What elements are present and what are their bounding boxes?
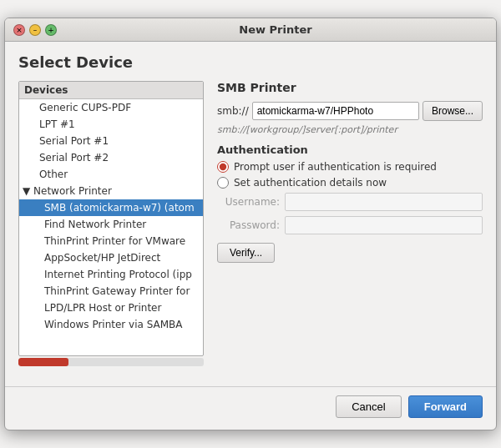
device-group-network[interactable]: ▼ Network Printer xyxy=(19,183,203,199)
device-item[interactable]: LPD/LPR Host or Printer xyxy=(19,300,203,316)
bottom-bar: Cancel Forward xyxy=(5,386,496,430)
smb-prefix: smb:// xyxy=(217,105,249,117)
browse-button[interactable]: Browse... xyxy=(423,101,483,121)
page-title: Select Device xyxy=(18,53,483,71)
device-item[interactable]: LPT #1 xyxy=(19,116,203,133)
scrollbar-track xyxy=(18,358,204,366)
radio-prompt-label: Prompt user if authentication is require… xyxy=(234,161,437,173)
device-item[interactable]: Internet Printing Protocol (ipp xyxy=(19,266,203,283)
device-item[interactable]: Serial Port #1 xyxy=(19,133,203,149)
titlebar: × – + New Printer xyxy=(5,18,496,42)
smb-title: SMB Printer xyxy=(217,81,483,94)
username-input xyxy=(285,193,483,211)
cancel-button[interactable]: Cancel xyxy=(336,395,401,418)
smb-panel: SMB Printer smb:// Browse... smb://[work… xyxy=(217,81,483,366)
username-row: Username: xyxy=(217,193,483,211)
radio-prompt: Prompt user if authentication is require… xyxy=(217,161,483,173)
device-item[interactable]: Other xyxy=(19,166,203,183)
smb-path-input[interactable] xyxy=(252,102,419,120)
verify-row: Verify... xyxy=(217,239,483,263)
device-list[interactable]: Devices Generic CUPS-PDF LPT #1 Serial P… xyxy=(18,81,204,356)
device-item[interactable]: Serial Port #2 xyxy=(19,149,203,166)
device-item[interactable]: Windows Printer via SAMBA xyxy=(19,316,203,333)
device-item[interactable]: ThinPrint Gateway Printer for xyxy=(19,283,203,300)
maximize-button[interactable]: + xyxy=(45,24,57,36)
device-item[interactable]: AppSocket/HP JetDirect xyxy=(19,249,203,266)
new-printer-window: × – + New Printer Select Device Devices … xyxy=(4,18,497,430)
devices-header: Devices xyxy=(19,82,203,99)
dialog-content: Select Device Devices Generic CUPS-PDF L… xyxy=(5,42,496,378)
main-area: Devices Generic CUPS-PDF LPT #1 Serial P… xyxy=(18,81,483,366)
auth-title: Authentication xyxy=(217,143,483,156)
window-title: New Printer xyxy=(63,23,488,36)
radio-details: Set authentication details now xyxy=(217,177,483,189)
forward-button[interactable]: Forward xyxy=(408,395,483,418)
smb-hint: smb://[workgroup/]server[:port]/printer xyxy=(217,124,483,135)
smb-input-row: smb:// Browse... xyxy=(217,101,483,121)
radio-details-input[interactable] xyxy=(217,177,229,189)
device-panel: Devices Generic CUPS-PDF LPT #1 Serial P… xyxy=(18,81,204,366)
password-input xyxy=(285,216,483,234)
verify-button[interactable]: Verify... xyxy=(217,243,275,263)
close-button[interactable]: × xyxy=(13,24,25,36)
device-item-smb-selected[interactable]: SMB (atomickarma-w7) (atom xyxy=(19,199,203,216)
password-row: Password: xyxy=(217,216,483,234)
device-item[interactable]: Find Network Printer xyxy=(19,216,203,233)
radio-details-label: Set authentication details now xyxy=(234,177,387,189)
minimize-button[interactable]: – xyxy=(29,24,41,36)
username-label: Username: xyxy=(217,196,280,208)
window-controls: × – + xyxy=(13,24,57,36)
password-label: Password: xyxy=(217,219,280,231)
radio-prompt-input[interactable] xyxy=(217,161,229,173)
scrollbar-thumb[interactable] xyxy=(18,358,68,366)
device-item[interactable]: ThinPrint Printer for VMware xyxy=(19,233,203,249)
device-item[interactable]: Generic CUPS-PDF xyxy=(19,99,203,116)
